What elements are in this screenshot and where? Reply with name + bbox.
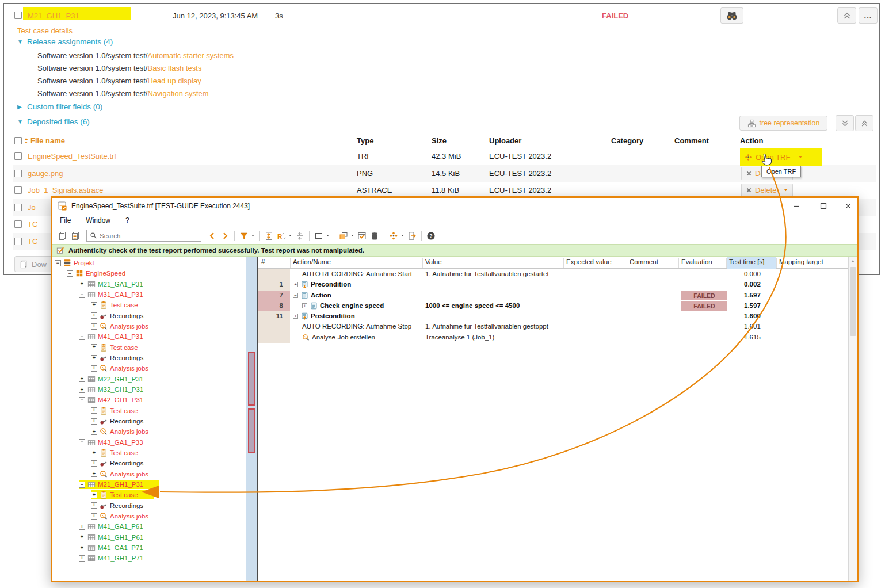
expand-step-icon[interactable]: + (302, 303, 307, 308)
expand-node-icon[interactable]: + (91, 418, 97, 425)
failed-range-marker[interactable] (248, 352, 255, 406)
file-row-checkbox[interactable] (14, 186, 22, 194)
copy-report-button[interactable] (69, 230, 82, 242)
add-analysis-button[interactable] (387, 230, 400, 242)
release-link[interactable]: Basic flash tests (147, 64, 201, 72)
collapse-node-icon[interactable]: − (79, 397, 85, 403)
tree-item-enginespeed[interactable]: −EngineSpeed (52, 268, 246, 278)
tree-item-recordings[interactable]: +Recordings (52, 458, 246, 468)
trash-button[interactable] (368, 230, 381, 242)
tree-item-m21-gh1-p31[interactable]: −M21_GH1_P31 (52, 479, 246, 490)
col-header-comment[interactable]: Comment (630, 258, 658, 265)
tree-item-m41-gh1-p71[interactable]: +M41_GH1_P71 (52, 553, 246, 563)
expand-node-icon[interactable]: + (79, 524, 85, 530)
tree-item-m31-ga1-p31[interactable]: −M31_GA1_P31 (52, 289, 246, 300)
minimize-button[interactable] (787, 198, 806, 214)
tree-item-m32-gh1-p31[interactable]: +M32_GH1_P31 (52, 384, 246, 395)
col-header-evaluation[interactable]: Evaluation (681, 258, 712, 265)
tree-representation-button[interactable]: tree representation (739, 116, 827, 131)
col-header-uploader[interactable]: Uploader (489, 136, 521, 145)
nav-forward-button[interactable] (219, 230, 231, 242)
maximize-button[interactable] (814, 198, 833, 214)
export-button[interactable] (406, 230, 418, 242)
expand-node-icon[interactable]: + (79, 387, 85, 393)
release-section-header[interactable]: Release assignments (4) (27, 37, 113, 46)
expand-step-icon[interactable]: + (293, 282, 298, 287)
dropdown-caret-icon[interactable] (350, 234, 354, 238)
col-header-action-name[interactable]: Action/Name (293, 258, 331, 265)
tree-item-analysis-jobs[interactable]: +Analysis jobs (52, 469, 246, 479)
expand-node-icon[interactable]: + (91, 492, 97, 498)
expand-node-icon[interactable]: + (79, 281, 85, 287)
expand-node-icon[interactable]: + (79, 534, 85, 540)
tree-item-m42-gh1-p31[interactable]: −M42_GH1_P31 (52, 395, 246, 405)
expand-step-icon[interactable]: + (293, 314, 298, 319)
tree-item-test-case[interactable]: +Test case (52, 448, 246, 458)
tree-item-m22-gh1-p31[interactable]: +M22_GH1_P31 (52, 374, 246, 384)
col-header-type[interactable]: Type (357, 136, 373, 145)
search-input[interactable] (100, 232, 198, 239)
tree-item-m21-ga1-p31[interactable]: +M21_GA1_P31 (52, 279, 246, 289)
open-trf-button[interactable]: Open TRF (740, 148, 822, 166)
tree-item-test-case[interactable]: +Test case (52, 406, 246, 416)
tree-item-test-case[interactable]: +Test case (52, 490, 246, 500)
tree-item-recordings[interactable]: +Recordings (52, 416, 246, 426)
report-row[interactable]: Analyse-Job erstellenTraceanalyse 1 (Job… (258, 333, 848, 343)
expand-node-icon[interactable]: + (91, 502, 97, 509)
expand-node-icon[interactable]: + (91, 429, 97, 435)
dropdown-caret-icon[interactable] (288, 234, 292, 238)
menu-window[interactable]: Window (86, 216, 110, 224)
expand-node-icon[interactable]: + (91, 355, 97, 361)
col-header-mapping-target[interactable]: Mapping target (779, 258, 823, 265)
collapse-node-icon[interactable]: − (79, 439, 85, 445)
dropdown-caret-icon[interactable] (251, 234, 255, 238)
collapse-node-icon[interactable]: − (67, 270, 73, 277)
report-row[interactable]: AUTO RECORDING: Aufnahme Stop1. Aufnahme… (258, 322, 848, 332)
col-header-comment[interactable]: Comment (674, 136, 709, 145)
copy-structure-button[interactable] (56, 230, 69, 242)
col-header-test-time[interactable]: Test time [s] (729, 258, 764, 265)
file-row-checkbox[interactable] (14, 152, 22, 160)
expand-node-icon[interactable]: + (91, 460, 97, 467)
report-check-button[interactable] (356, 230, 368, 242)
collapse-all-button[interactable] (293, 230, 306, 242)
report-row[interactable]: 7−ActionFAILED1.597 (258, 291, 848, 301)
scrollbar-thumb[interactable] (850, 267, 856, 336)
report-row[interactable]: 1+Precondition0.002 (258, 280, 848, 290)
menu-help[interactable]: ? (125, 216, 129, 224)
vertical-scrollbar[interactable] (848, 257, 857, 581)
collapse-all-files-button[interactable] (855, 115, 873, 131)
expand-node-icon[interactable]: + (91, 312, 97, 319)
tree-item-projekt[interactable]: −Projekt (52, 258, 246, 268)
tree-item-test-case[interactable]: +Test case (52, 342, 246, 353)
file-name-link[interactable]: EngineSpeed_TestSuite.trf (28, 152, 116, 161)
file-name-link[interactable]: gauge.png (28, 169, 63, 178)
test-case-name-link[interactable]: M21_GH1_P31 (28, 12, 79, 20)
tree-item-analysis-jobs[interactable]: +Analysis jobs (52, 511, 246, 521)
filter-button[interactable] (238, 230, 250, 242)
custom-filter-section-header[interactable]: Custom filter fields (0) (27, 102, 102, 111)
help-button[interactable]: ? (425, 230, 437, 242)
release-section-collapse-icon[interactable]: ▼ (17, 39, 23, 45)
tree-item-m41-ga1-p61[interactable]: +M41_GA1_P61 (52, 521, 246, 532)
expand-node-icon[interactable]: + (91, 323, 97, 330)
nav-back-button[interactable] (206, 230, 219, 242)
file-row-checkbox[interactable] (14, 170, 22, 177)
header-row-checkbox[interactable] (14, 12, 22, 19)
delete-file-button[interactable]: Delete (741, 184, 793, 197)
tree-item-recordings[interactable]: +Recordings (52, 501, 246, 511)
expand-node-icon[interactable]: + (91, 513, 97, 520)
col-header-num[interactable]: # (261, 258, 265, 265)
failed-range-marker[interactable] (248, 408, 255, 453)
collapse-step-icon[interactable]: − (293, 293, 298, 298)
file-row-checkbox[interactable] (14, 220, 22, 228)
collapse-node-icon[interactable]: − (79, 292, 85, 298)
expand-node-icon[interactable]: + (91, 471, 97, 477)
file-name-link[interactable]: Jo (28, 203, 36, 212)
expand-node-icon[interactable]: + (91, 302, 97, 308)
report-row[interactable]: 11+Postcondition1.600 (258, 311, 848, 322)
file-name-link[interactable]: TC (28, 220, 37, 228)
expand-node-icon[interactable]: + (91, 450, 97, 456)
deposited-files-collapse-icon[interactable]: ▼ (17, 119, 23, 125)
tree-item-analysis-jobs[interactable]: +Analysis jobs (52, 321, 246, 331)
